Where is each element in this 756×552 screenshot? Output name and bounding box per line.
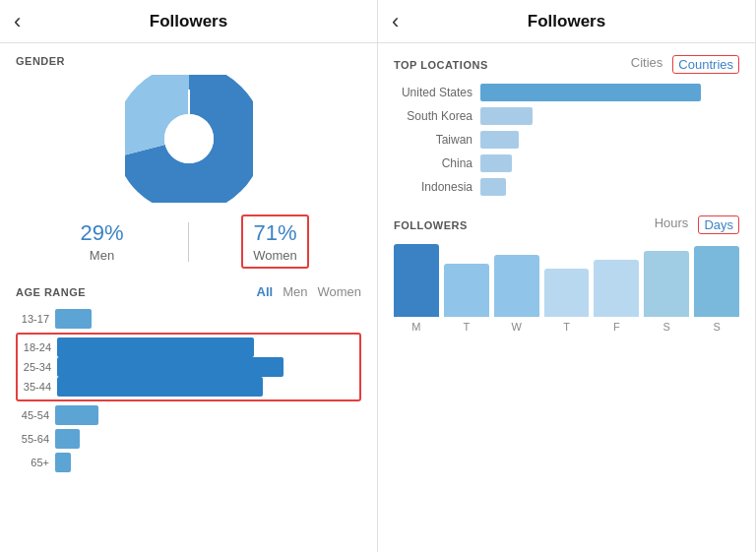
- gender-stats: 29% Men 71% Women: [16, 215, 361, 269]
- age-row-55-64: 55-64: [16, 429, 361, 449]
- loc-name-tw: Taiwan: [394, 133, 472, 147]
- left-panel: ‹ Followers GENDER 29%: [0, 0, 378, 552]
- age-section: AGE RANGE All Men Women 13-17: [16, 284, 361, 472]
- back-icon-right[interactable]: ‹: [392, 11, 399, 32]
- age-header: AGE RANGE All Men Women: [16, 284, 361, 299]
- women-label: Women: [253, 248, 297, 263]
- pie-chart: [125, 75, 253, 203]
- back-icon-left[interactable]: ‹: [14, 11, 21, 32]
- right-panel: ‹ Followers TOP LOCATIONS Cities Countri…: [378, 0, 756, 552]
- age-label-35-44: 35-44: [18, 381, 51, 393]
- bar-label-s1: S: [663, 321, 670, 333]
- bar-col-s1: S: [644, 244, 689, 333]
- loc-bar-wrap-sk: [480, 107, 739, 125]
- bar-m: [394, 244, 439, 317]
- locations-header: TOP LOCATIONS Cities Countries: [394, 55, 739, 74]
- bar-18-24: [57, 337, 254, 357]
- bar-chart: M T W T: [394, 244, 739, 352]
- bar-col-s2: S: [694, 244, 739, 333]
- left-title: Followers: [150, 12, 227, 31]
- bar-f: [594, 260, 639, 318]
- bar-col-m: M: [394, 244, 439, 333]
- bar-label-w: W: [511, 321, 521, 333]
- followers-section: FOLLOWERS Hours Days M T: [394, 215, 739, 352]
- age-label-13-17: 13-17: [16, 313, 49, 325]
- bar-25-34: [57, 357, 284, 377]
- loc-bar-wrap-id: [480, 178, 739, 196]
- location-row-sk: South Korea: [394, 107, 739, 125]
- age-bars: 13-17 18-24 25-34: [16, 309, 361, 472]
- location-row-us: United States: [394, 84, 739, 101]
- men-stat: 29% Men: [16, 220, 188, 263]
- age-label-55-64: 55-64: [16, 433, 49, 445]
- bar-s2: [694, 246, 739, 317]
- location-row-id: Indonesia: [394, 178, 739, 196]
- men-label: Men: [16, 248, 188, 263]
- loc-bar-tw: [480, 131, 519, 149]
- loc-bar-us: [480, 84, 701, 101]
- bar-t2: [544, 269, 590, 318]
- loc-bar-sk: [480, 107, 533, 125]
- loc-bar-wrap-us: [480, 84, 739, 101]
- followers-section-label: FOLLOWERS: [394, 219, 655, 231]
- tab-all[interactable]: All: [257, 284, 274, 299]
- tab-hours[interactable]: Hours: [655, 215, 689, 234]
- women-percent: 71%: [253, 220, 297, 246]
- bar-65plus: [55, 453, 71, 472]
- bar-wrap-55-64: [55, 429, 361, 449]
- bar-wrap-25-34: [57, 357, 359, 377]
- age-highlight-group: 18-24 25-34 35-44: [16, 333, 361, 401]
- bar-label-t1: T: [463, 321, 470, 333]
- loc-name-sk: South Korea: [394, 109, 472, 123]
- location-tabs: Cities Countries: [631, 55, 739, 74]
- bar-label-t2: T: [563, 321, 570, 333]
- bar-wrap-45-54: [55, 405, 361, 425]
- bar-label-s2: S: [713, 321, 720, 333]
- pie-container: [16, 75, 361, 203]
- loc-bar-wrap-cn: [480, 154, 739, 172]
- tab-women[interactable]: Women: [317, 284, 361, 299]
- loc-bar-wrap-tw: [480, 131, 739, 149]
- age-row-25-34: 25-34: [18, 357, 359, 377]
- loc-name-us: United States: [394, 86, 472, 99]
- right-title: Followers: [528, 12, 605, 31]
- women-highlight: 71% Women: [241, 215, 309, 269]
- bar-col-t2: T: [544, 244, 590, 333]
- age-row-45-54: 45-54: [16, 405, 361, 425]
- bar-wrap-18-24: [57, 337, 359, 357]
- age-label-25-34: 25-34: [18, 361, 51, 373]
- age-tabs: All Men Women: [257, 284, 361, 299]
- loc-name-id: Indonesia: [394, 180, 472, 194]
- locations-section-label: TOP LOCATIONS: [394, 59, 631, 71]
- age-row-13-17: 13-17: [16, 309, 361, 329]
- bar-w: [494, 255, 539, 317]
- age-section-label: AGE RANGE: [16, 286, 257, 298]
- age-row-35-44: 35-44: [18, 377, 359, 397]
- tab-men[interactable]: Men: [283, 284, 307, 299]
- tab-days[interactable]: Days: [698, 215, 739, 234]
- bar-col-t1: T: [444, 244, 489, 333]
- location-rows: United States South Korea Taiwan: [394, 84, 739, 196]
- bar-13-17: [55, 309, 92, 329]
- bar-45-54: [55, 405, 98, 425]
- tab-countries[interactable]: Countries: [672, 55, 739, 74]
- bar-55-64: [55, 429, 80, 449]
- followers-header: FOLLOWERS Hours Days: [394, 215, 739, 234]
- left-header: ‹ Followers: [0, 0, 377, 43]
- age-label-18-24: 18-24: [18, 341, 51, 353]
- tab-cities[interactable]: Cities: [631, 55, 663, 74]
- age-row-65plus: 65+: [16, 453, 361, 472]
- location-row-cn: China: [394, 154, 739, 172]
- loc-bar-cn: [480, 154, 512, 172]
- gender-label: GENDER: [16, 55, 361, 67]
- followers-tabs: Hours Days: [655, 215, 739, 234]
- bar-col-w: W: [494, 244, 539, 333]
- bar-wrap-65plus: [55, 453, 361, 472]
- bar-col-f: F: [594, 244, 639, 333]
- location-row-tw: Taiwan: [394, 131, 739, 149]
- age-label-45-54: 45-54: [16, 409, 49, 421]
- bar-s1: [644, 251, 689, 318]
- bar-label-m: M: [411, 321, 420, 333]
- age-label-65plus: 65+: [16, 457, 49, 468]
- gender-section: GENDER 29% Men: [16, 55, 361, 269]
